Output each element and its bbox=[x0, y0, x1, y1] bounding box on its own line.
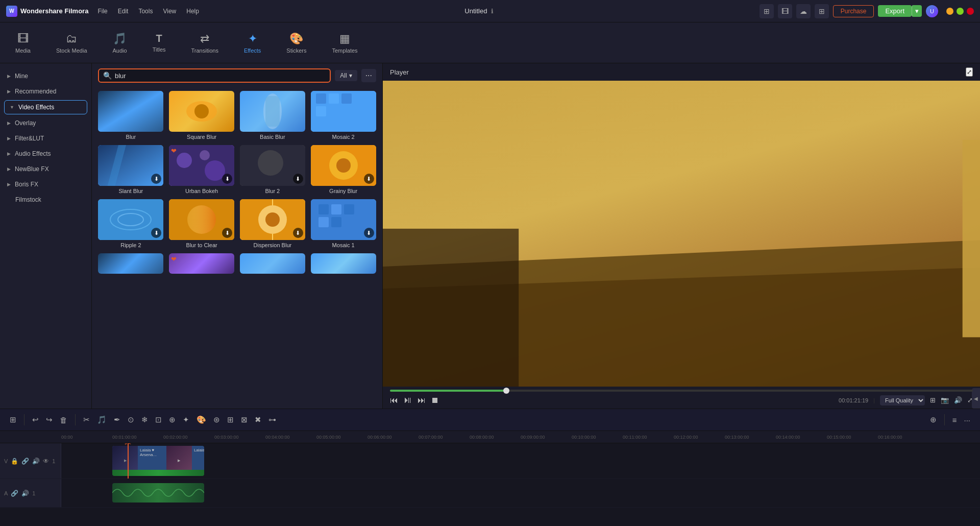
filmstrip-icon[interactable]: 🎞 bbox=[778, 4, 792, 18]
effect-mosaic-2[interactable]: Mosaic 2 bbox=[310, 91, 376, 140]
audio-detach-button[interactable]: 🎵 bbox=[94, 413, 109, 426]
menu-view[interactable]: View bbox=[163, 8, 176, 15]
effect-partial-4[interactable] bbox=[310, 253, 376, 274]
toolbar-templates[interactable]: ▦ Templates bbox=[327, 29, 362, 57]
pan-zoom-button[interactable]: ⊡ bbox=[153, 413, 164, 426]
effect-blur-2[interactable]: ⬇ Blur 2 bbox=[240, 145, 306, 194]
sidebar-item-video-effects[interactable]: ▼ Video Effects bbox=[4, 100, 87, 114]
crop-button[interactable]: ✒ bbox=[111, 413, 123, 426]
export-dropdown-button[interactable]: ▾ bbox=[912, 5, 922, 17]
partial-3-thumbnail bbox=[240, 253, 305, 274]
sidebar-item-audio-effects[interactable]: ▶ Audio Effects bbox=[0, 146, 91, 161]
sidebar-item-mine[interactable]: ▶ Mine bbox=[0, 68, 91, 84]
remove-effect-button[interactable]: ✖ bbox=[252, 413, 264, 426]
effect-urban-bokeh[interactable]: ❤ ⬇ Urban Bokeh bbox=[169, 145, 235, 194]
scene-detect-button[interactable]: ⊶ bbox=[266, 413, 279, 426]
audio-track-mute-icon[interactable]: 🔊 bbox=[21, 490, 29, 497]
effect-dispersion-blur[interactable]: ⬇ Dispersion Blur bbox=[240, 199, 306, 248]
mine-arrow-icon: ▶ bbox=[7, 74, 11, 79]
export-button[interactable]: Export bbox=[878, 5, 912, 17]
color-match-button[interactable]: 🎨 bbox=[194, 413, 209, 426]
speed-button[interactable]: ⊙ bbox=[125, 413, 137, 426]
menu-tools[interactable]: Tools bbox=[138, 8, 153, 15]
effect-blur[interactable]: Blur bbox=[98, 91, 164, 140]
minimize-button[interactable] bbox=[946, 8, 953, 15]
sidebar-item-boris-fx[interactable]: ▶ Boris FX bbox=[0, 177, 91, 192]
stop-button[interactable]: ⏹ bbox=[431, 396, 439, 405]
toolbar-titles[interactable]: T Titles bbox=[148, 30, 171, 56]
effect-slant-blur[interactable]: ⬇ Slant Blur bbox=[98, 145, 164, 194]
track-number-a1: 1 bbox=[32, 490, 35, 496]
freeze-button[interactable]: ❄ bbox=[139, 413, 151, 426]
search-icon: 🔍 bbox=[103, 71, 112, 80]
skip-forward-button[interactable]: ⏭ bbox=[418, 396, 426, 405]
screenshot-icon[interactable]: 📷 bbox=[941, 396, 949, 404]
audio-clip-1[interactable] bbox=[112, 483, 204, 503]
effect-blur-to-clear[interactable]: ⬇ Blur to Clear bbox=[169, 199, 235, 248]
monitor-icon[interactable]: ⊞ bbox=[760, 4, 774, 18]
cut-button[interactable]: ✂ bbox=[81, 413, 92, 426]
filter-button[interactable]: All ▾ bbox=[335, 70, 357, 81]
cloud-upload-icon[interactable]: ☁ bbox=[796, 4, 811, 18]
effect-partial-1[interactable] bbox=[98, 253, 164, 274]
effect-partial-2[interactable]: ❤ bbox=[169, 253, 235, 274]
toolbar-audio[interactable]: 🎵 Audio bbox=[108, 29, 132, 57]
undo-button[interactable]: ↩ bbox=[30, 413, 41, 426]
more-timeline-button[interactable]: ··· bbox=[961, 414, 973, 426]
video-track-area[interactable]: ▶ Lalala ♥ Arsena… ▶ Lalala ✂ bbox=[61, 443, 980, 479]
effect-partial-3[interactable] bbox=[240, 253, 306, 274]
sidebar-item-filter-lut[interactable]: ▶ Filter&LUT bbox=[0, 131, 91, 146]
sidebar-item-recommended[interactable]: ▶ Recommended bbox=[0, 84, 91, 99]
grid-icon[interactable]: ⊞ bbox=[815, 4, 829, 18]
toolbar-effects[interactable]: ✦ Effects bbox=[239, 29, 266, 57]
stabilize-button[interactable]: ⊕ bbox=[166, 413, 178, 426]
clip-2-title: Lalala bbox=[194, 448, 204, 452]
effect-grainy-blur[interactable]: ⬇ Grainy Blur bbox=[310, 145, 376, 194]
search-input[interactable] bbox=[115, 72, 326, 80]
maximize-button[interactable] bbox=[957, 8, 964, 15]
audio-track-link-icon[interactable]: 🔗 bbox=[11, 490, 18, 497]
sidebar-item-filmstock[interactable]: Filmstock bbox=[0, 192, 91, 207]
ai-tools-button[interactable]: ✦ bbox=[180, 413, 192, 426]
volume-icon[interactable]: 🔊 bbox=[954, 396, 962, 404]
toolbar-stock-media[interactable]: 🗂 Stock Media bbox=[51, 29, 92, 57]
play-pause-button[interactable]: ⏯ bbox=[403, 395, 412, 405]
split-audio-button[interactable]: ⊠ bbox=[238, 413, 250, 426]
effect-ripple-2[interactable]: ⬇ Ripple 2 bbox=[98, 199, 164, 248]
purchase-button[interactable]: Purchase bbox=[833, 5, 874, 17]
delete-button[interactable]: 🗑 bbox=[57, 414, 70, 426]
menu-edit[interactable]: Edit bbox=[118, 8, 129, 15]
sidebar-item-newblue-fx[interactable]: ▶ NewBlue FX bbox=[0, 161, 91, 177]
close-button[interactable] bbox=[967, 8, 974, 15]
track-lock-icon[interactable]: 🔒 bbox=[11, 458, 18, 465]
green-screen-button[interactable]: ⊛ bbox=[211, 413, 223, 426]
track-mute-icon[interactable]: 🔊 bbox=[32, 458, 40, 465]
progress-bar[interactable] bbox=[390, 390, 973, 392]
toolbar-stock-media-label: Stock Media bbox=[56, 47, 87, 54]
effect-basic-blur[interactable]: Basic Blur bbox=[240, 91, 306, 140]
user-avatar[interactable]: U bbox=[926, 5, 938, 17]
menu-file[interactable]: File bbox=[97, 8, 107, 15]
more-options-button[interactable]: ··· bbox=[361, 69, 376, 82]
sidebar-item-overlay[interactable]: ▶ Overlay bbox=[0, 115, 91, 131]
track-eye-icon[interactable]: 👁 bbox=[43, 458, 49, 465]
merge-button[interactable]: ⊞ bbox=[225, 413, 236, 426]
ruler-mark-0: 00:00 bbox=[61, 435, 112, 440]
audio-track-area[interactable] bbox=[61, 479, 980, 507]
skip-back-button[interactable]: ⏮ bbox=[390, 396, 398, 405]
effect-square-blur[interactable]: Square Blur bbox=[169, 91, 235, 140]
effect-mosaic-1[interactable]: ⬇ Mosaic 1 bbox=[310, 199, 376, 248]
fit-screen-icon[interactable]: ⊞ bbox=[930, 396, 936, 404]
redo-button[interactable]: ↪ bbox=[43, 413, 55, 426]
add-marker-button[interactable]: ⊕ bbox=[927, 413, 939, 426]
track-link-icon[interactable]: 🔗 bbox=[21, 458, 29, 465]
player-expand-icon[interactable]: ⤢ bbox=[966, 67, 973, 77]
toolbar-media[interactable]: 🎞 Media bbox=[10, 29, 36, 57]
add-track-button[interactable]: ⊞ bbox=[7, 413, 19, 426]
track-view-button[interactable]: ≡ bbox=[950, 414, 960, 426]
toolbar-stickers[interactable]: 🎨 Stickers bbox=[281, 29, 311, 57]
media-icon: 🎞 bbox=[17, 32, 29, 45]
toolbar-transitions[interactable]: ⇄ Transitions bbox=[186, 29, 224, 57]
menu-help[interactable]: Help bbox=[186, 8, 199, 15]
quality-select[interactable]: Full Quality 1/2 Quality 1/4 Quality bbox=[880, 395, 925, 405]
